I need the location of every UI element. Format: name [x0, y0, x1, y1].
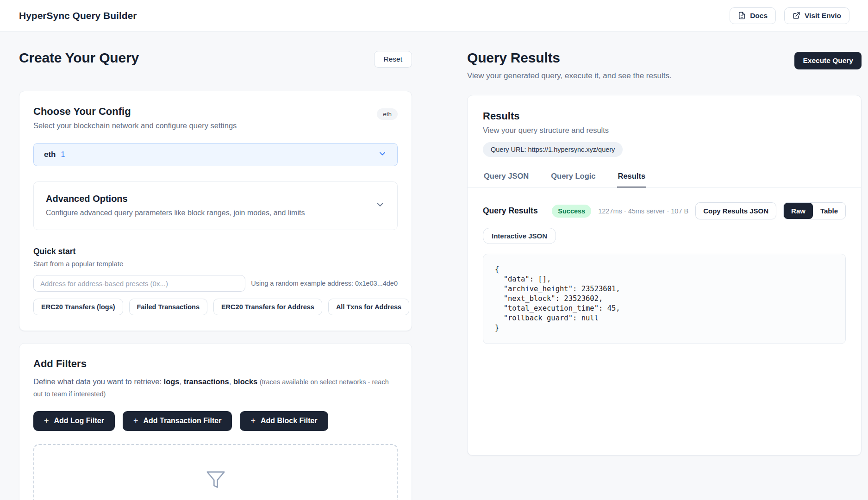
- network-badge: eth: [377, 108, 398, 120]
- visit-envio-button-label: Visit Envio: [805, 12, 841, 20]
- tab-query-json[interactable]: Query JSON: [483, 169, 530, 188]
- interactive-json-button[interactable]: Interactive JSON: [483, 228, 556, 244]
- docs-button-label: Docs: [750, 12, 768, 20]
- query-results-panel: Query Results View your generated query,…: [467, 50, 862, 500]
- results-card: Results View your query structure and re…: [467, 95, 862, 456]
- filter-button-row: + Add Log Filter + Add Transaction Filte…: [33, 411, 398, 431]
- results-card-subtitle: View your query structure and results: [483, 126, 846, 135]
- tab-query-logic[interactable]: Query Logic: [550, 169, 596, 188]
- add-block-filter-button[interactable]: + Add Block Filter: [240, 411, 328, 431]
- timing-text: 1227ms · 45ms server · 107 B: [598, 207, 688, 215]
- advanced-options-title: Advanced Options: [46, 194, 375, 204]
- config-card-subtitle: Select your blockchain network and confi…: [33, 121, 237, 130]
- add-transaction-filter-button[interactable]: + Add Transaction Filter: [123, 411, 232, 431]
- view-toggle-table[interactable]: Table: [813, 203, 845, 219]
- preset-all-txns-for-address[interactable]: All Txns for Address: [328, 299, 409, 315]
- advanced-options-toggle[interactable]: Advanced Options Configure advanced quer…: [33, 181, 398, 230]
- add-log-filter-label: Add Log Filter: [54, 417, 104, 425]
- external-link-icon: [793, 12, 800, 19]
- network-select[interactable]: eth 1: [33, 143, 398, 166]
- address-hint: Using a random example address: 0x1e03..…: [251, 280, 398, 287]
- chevron-down-icon: [375, 200, 385, 212]
- results-panel-title: Query Results: [467, 50, 672, 66]
- query-url-badge: Query URL: https://1.hypersync.xyz/query: [483, 142, 623, 157]
- preset-failed-transactions[interactable]: Failed Transactions: [129, 299, 207, 315]
- tab-results[interactable]: Results: [617, 169, 647, 188]
- preset-chip-row: ERC20 Transfers (logs) Failed Transactio…: [33, 299, 398, 315]
- main-content: Create Your Query Reset Choose Your Conf…: [0, 31, 868, 500]
- quickstart-subtitle: Start from a popular template: [33, 260, 398, 268]
- copy-results-json-button[interactable]: Copy Results JSON: [695, 202, 776, 219]
- advanced-options-subtitle: Configure advanced query parameters like…: [46, 209, 375, 217]
- network-select-value: eth: [44, 150, 56, 159]
- view-toggle: Raw Table: [783, 202, 846, 219]
- preset-erc20-transfers-logs[interactable]: ERC20 Transfers (logs): [33, 299, 123, 315]
- plus-icon: +: [133, 417, 138, 425]
- add-block-filter-label: Add Block Filter: [261, 417, 318, 425]
- view-toggle-raw[interactable]: Raw: [784, 203, 813, 219]
- document-icon: [738, 12, 746, 19]
- json-output: { "data": [], "archive_height": 23523601…: [495, 265, 834, 333]
- builder-title: Create Your Query: [19, 50, 139, 66]
- add-transaction-filter-label: Add Transaction Filter: [143, 417, 221, 425]
- app-title: HyperSync Query Builder: [19, 10, 137, 21]
- status-badge: Success: [552, 205, 591, 218]
- visit-envio-button[interactable]: Visit Envio: [784, 7, 849, 24]
- results-tabs: Query JSON Query Logic Results: [468, 169, 861, 188]
- docs-button[interactable]: Docs: [730, 7, 776, 24]
- results-header-row: Query Results Success 1227ms · 45ms serv…: [483, 202, 846, 219]
- filters-title: Add Filters: [33, 358, 398, 370]
- filter-funnel-icon: [206, 469, 226, 492]
- network-chain-id: 1: [61, 150, 65, 159]
- add-log-filter-button[interactable]: + Add Log Filter: [33, 411, 115, 431]
- empty-filters-placeholder: No filters added yet: [33, 444, 398, 500]
- header-actions: Docs Visit Envio: [730, 7, 849, 24]
- filters-description: Define what data you want to retrieve: l…: [33, 375, 398, 400]
- config-card-title: Choose Your Config: [33, 106, 237, 118]
- filters-card: Add Filters Define what data you want to…: [19, 343, 412, 500]
- results-card-title: Results: [483, 110, 846, 122]
- json-output-block: { "data": [], "archive_height": 23523601…: [483, 254, 846, 344]
- address-input[interactable]: [33, 275, 245, 292]
- config-card: Choose Your Config Select your blockchai…: [19, 91, 412, 331]
- results-panel-subtitle: View your generated query, execute it, a…: [467, 71, 672, 81]
- preset-erc20-transfers-for-address[interactable]: ERC20 Transfers for Address: [213, 299, 322, 315]
- execute-query-button[interactable]: Execute Query: [794, 52, 862, 69]
- app-header: HyperSync Query Builder Docs Visit Envio: [0, 0, 868, 31]
- plus-icon: +: [44, 417, 49, 425]
- plus-icon: +: [250, 417, 256, 425]
- reset-button[interactable]: Reset: [374, 51, 412, 68]
- results-header-title: Query Results: [483, 206, 538, 216]
- query-builder-panel: Create Your Query Reset Choose Your Conf…: [19, 50, 412, 500]
- quickstart-title: Quick start: [33, 247, 398, 256]
- chevron-down-icon: [378, 149, 387, 160]
